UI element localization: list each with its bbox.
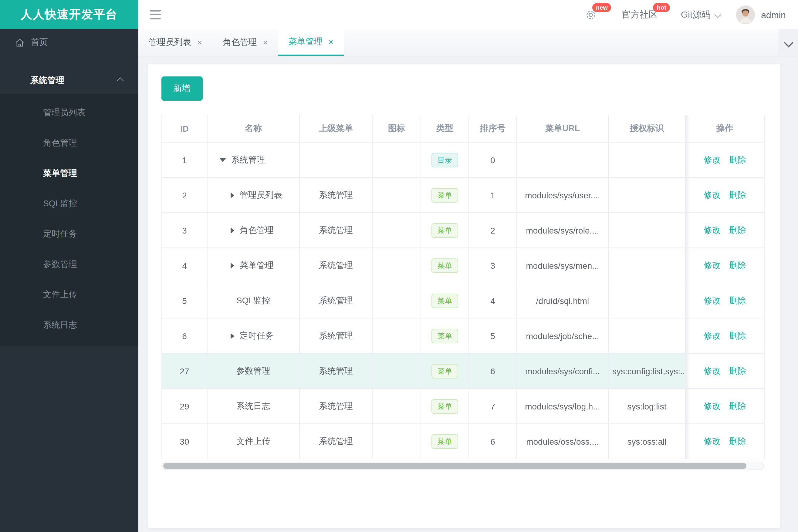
cell-type: 目录 [421,142,469,177]
cell-url: modules/sys/log.h... [517,388,608,424]
cell-perms [608,142,685,177]
cell-order: 6 [469,353,517,388]
edit-link[interactable]: 修改 [704,154,721,164]
cell-icon [372,318,421,353]
tab-close-icon[interactable]: × [263,38,267,47]
table-row: 2管理员列表系统管理菜单1modules/sys/user....修改删除 [162,177,764,213]
name-cell-content: 系统管理 [211,154,296,165]
cell-icon [372,388,421,424]
sidebar-item-5[interactable]: 定时任务 [0,219,138,249]
tab-label: 菜单管理 [289,36,322,47]
cell-icon [372,213,421,248]
delete-link[interactable]: 删除 [729,190,746,199]
cell-name: 参数管理 [207,353,299,388]
expand-icon[interactable] [230,227,234,233]
sidebar-item-7[interactable]: 文件上传 [0,280,138,310]
cell-type: 菜单 [421,388,469,424]
menu-table: ID名称上级菜单图标类型排序号菜单URL授权标识操作 1系统管理目录0修改删除2… [162,115,765,459]
table-row: 1系统管理目录0修改删除 [162,142,764,177]
sidebar-group-system: 系统管理 管理员列表角色管理菜单管理SQL监控定时任务参数管理文件上传系统日志 [0,67,138,346]
tab-close-icon[interactable]: × [329,37,333,47]
name-cell-content: 管理员列表 [211,190,296,201]
tab-close-icon[interactable]: × [197,38,202,47]
cell-perms [608,283,685,318]
hamburger-menu-button[interactable] [150,10,161,19]
edit-link[interactable]: 修改 [704,190,721,199]
delete-link[interactable]: 删除 [729,260,746,270]
cell-id: 4 [162,248,207,283]
community-label: 官方社区 [621,9,658,20]
delete-link[interactable]: 删除 [729,436,746,445]
tab-2[interactable]: 角色管理× [212,29,278,56]
cell-parent: 系统管理 [299,283,372,318]
edit-link[interactable]: 修改 [704,330,721,340]
cell-icon [372,424,421,459]
edit-link[interactable]: 修改 [704,260,721,270]
avatar[interactable] [736,5,755,24]
table-row: 4菜单管理系统管理菜单3modules/sys/men...修改删除 [162,248,764,283]
edit-link[interactable]: 修改 [704,401,721,411]
cell-id: 3 [162,213,207,248]
content-area: 新增 ID名称上级菜单图标类型排序号菜单URL授权标识操作 1系统管理目录0修改… [138,56,798,532]
edit-link[interactable]: 修改 [704,295,721,305]
table-row: 29系统日志系统管理菜单7modules/sys/log.h...sys:log… [162,388,764,424]
cell-perms [608,248,685,283]
cell-actions: 修改删除 [685,283,764,318]
cell-url: modules/sys/men... [517,248,608,283]
cell-type: 菜单 [421,318,469,353]
delete-link[interactable]: 删除 [729,365,746,375]
delete-link[interactable]: 删除 [729,401,746,411]
edit-link[interactable]: 修改 [704,436,721,445]
cell-url: modules/sys/confi... [517,353,608,388]
column-header: 授权标识 [608,115,685,142]
expand-icon[interactable] [230,333,234,339]
table-row: 30文件上传系统管理菜单6modules/oss/oss....sys:oss:… [162,424,764,459]
sidebar-item-home[interactable]: 首页 [0,29,138,56]
community-link[interactable]: 官方社区 hot [621,9,658,20]
tab-1[interactable]: 管理员列表× [138,29,212,56]
edit-link[interactable]: 修改 [704,225,721,234]
cell-name: 文件上传 [207,424,299,459]
cell-name: SQL监控 [207,283,299,318]
expand-icon[interactable] [230,262,234,268]
cell-type: 菜单 [421,283,469,318]
menu-name-label: 定时任务 [240,330,274,341]
sidebar-item-3[interactable]: 菜单管理 [0,158,138,189]
delete-link[interactable]: 删除 [729,295,746,305]
table-row: 6定时任务系统管理菜单5modules/job/sche...修改删除 [162,318,764,353]
sidebar-item-4[interactable]: SQL监控 [0,189,138,219]
delete-link[interactable]: 删除 [729,154,746,164]
git-source-link[interactable]: Git源码 [681,9,720,20]
delete-link[interactable]: 删除 [729,330,746,340]
username[interactable]: admin [761,10,786,20]
menu-name-label: 角色管理 [240,225,274,236]
sidebar-home-label: 首页 [31,37,48,48]
edit-link[interactable]: 修改 [704,365,721,375]
delete-link[interactable]: 删除 [729,225,746,234]
sidebar-item-8[interactable]: 系统日志 [0,310,138,340]
menu-name-label: 系统管理 [231,154,265,165]
scrollbar-thumb[interactable] [163,463,747,469]
add-button[interactable]: 新增 [162,76,203,101]
sidebar-item-1[interactable]: 管理员列表 [0,98,138,128]
cell-name: 角色管理 [207,213,299,248]
cell-icon [372,353,421,388]
sidebar-item-2[interactable]: 角色管理 [0,128,138,158]
cell-perms: sys:log:list [608,388,685,424]
app-logo: 人人快速开发平台 [0,0,138,29]
type-badge: 菜单 [431,434,458,449]
sidebar-group-header[interactable]: 系统管理 [0,67,138,94]
column-header: 名称 [207,115,299,142]
collapse-icon[interactable] [220,158,226,162]
chevron-down-icon [715,11,722,18]
type-badge: 菜单 [431,188,458,202]
expand-icon[interactable] [230,192,234,198]
cell-url: modules/sys/user.... [517,177,608,213]
tab-overflow-button[interactable] [779,29,798,56]
horizontal-scrollbar[interactable] [162,462,764,470]
content-card: 新增 ID名称上级菜单图标类型排序号菜单URL授权标识操作 1系统管理目录0修改… [148,64,780,528]
settings-button[interactable]: new [584,8,597,21]
cell-parent: 系统管理 [299,388,372,424]
sidebar-item-6[interactable]: 参数管理 [0,249,138,280]
tab-3[interactable]: 菜单管理× [278,29,344,56]
